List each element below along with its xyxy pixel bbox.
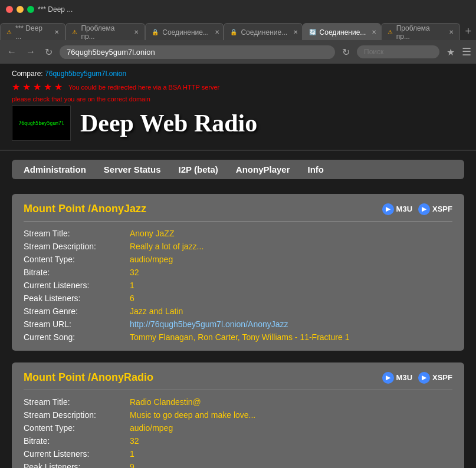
field-value-jazz-2: audio/mpeg bbox=[130, 255, 452, 264]
search-input[interactable] bbox=[357, 45, 439, 58]
mount-header-radio: Mount Point /AnonyRadio ▶ M3U ▶ XSPF bbox=[24, 371, 452, 390]
field-value-jazz-7[interactable]: http://76qugh5bey5gum7l.onion/AnonyJazz bbox=[130, 319, 452, 329]
tab-label-2: Проблема пр... bbox=[81, 24, 128, 41]
minimize-button[interactable] bbox=[17, 6, 24, 13]
title-bar-left: *** Deep ... bbox=[6, 5, 73, 14]
field-value-jazz-0: Anony JaZZ bbox=[130, 229, 452, 238]
tabs-bar: ⚠ *** Deep ... ✕ ⚠ Проблема пр... ✕ 🔒 Со… bbox=[0, 19, 476, 40]
tab-2[interactable]: ⚠ Проблема пр... ✕ bbox=[65, 23, 145, 40]
bookmark-button[interactable]: ★ bbox=[444, 45, 457, 59]
field-label-jazz-8: Current Song: bbox=[24, 332, 130, 342]
nav-item-info[interactable]: Info bbox=[308, 164, 324, 174]
tab-close-2[interactable]: ✕ bbox=[134, 29, 139, 35]
cards-container: Mount Point /AnonyJazz ▶ M3U ▶ XSPF Stre… bbox=[0, 188, 476, 468]
tab-icon-5: 🔄 bbox=[309, 29, 316, 35]
tab-label-1: *** Deep ... bbox=[15, 24, 48, 41]
field-value-jazz-3: 32 bbox=[130, 268, 452, 277]
play-icon-xspf-radio: ▶ bbox=[418, 372, 430, 384]
nav-item-i2p[interactable]: I2P (beta) bbox=[179, 164, 218, 174]
field-label-jazz-7: Stream URL: bbox=[24, 319, 130, 329]
mount-links-radio: ▶ M3U ▶ XSPF bbox=[382, 372, 452, 384]
mount-links-jazz: ▶ M3U ▶ XSPF bbox=[382, 203, 452, 215]
stream-info-jazz: Stream Title: Anony JaZZ Stream Descript… bbox=[24, 229, 452, 342]
maximize-button[interactable] bbox=[27, 6, 34, 13]
tab-icon-3: 🔒 bbox=[152, 29, 159, 35]
field-value-radio-5: 9 bbox=[130, 462, 452, 468]
navigation-bar: Administration Server Status I2P (beta) … bbox=[12, 160, 464, 179]
xspf-label-radio: XSPF bbox=[432, 373, 452, 382]
tab-warn-icon-2: ⚠ bbox=[72, 29, 77, 35]
site-logo: 76qugh5bey5gum7l bbox=[12, 106, 71, 141]
reload-button[interactable]: ↻ bbox=[42, 45, 55, 59]
forward-button[interactable]: → bbox=[24, 45, 38, 58]
field-value-jazz-1: Really a lot of jazz... bbox=[130, 242, 452, 251]
browser-chrome: *** Deep ... ⚠ *** Deep ... ✕ ⚠ Проблема… bbox=[0, 0, 476, 64]
tab-4[interactable]: 🔒 Соединение... ✕ bbox=[224, 23, 302, 40]
site-header: Compare: 76qugh5bey5gum7l.onion ★ ★ ★ ★ … bbox=[0, 64, 476, 151]
tab-label-3: Соединение... bbox=[162, 28, 209, 37]
tab-close-1[interactable]: ✕ bbox=[54, 29, 59, 35]
mount-card-anony-jazz: Mount Point /AnonyJazz ▶ M3U ▶ XSPF Stre… bbox=[12, 194, 464, 351]
tab-icon-4: 🔒 bbox=[230, 29, 237, 35]
field-value-jazz-5: 6 bbox=[130, 294, 452, 303]
field-label-jazz-5: Peak Listeners: bbox=[24, 294, 130, 303]
xspf-label-jazz: XSPF bbox=[432, 205, 452, 213]
field-value-radio-4: 1 bbox=[130, 449, 452, 459]
tab-close-3[interactable]: ✕ bbox=[215, 29, 219, 35]
window-controls bbox=[6, 6, 34, 13]
tab-close-4[interactable]: ✕ bbox=[293, 29, 298, 35]
compare-url[interactable]: 76qugh5bey5gum7l.onion bbox=[45, 70, 126, 78]
menu-button[interactable]: ☰ bbox=[462, 45, 471, 58]
field-label-radio-5: Peak Listeners: bbox=[24, 462, 130, 468]
tab-6[interactable]: ⚠ Проблема пр... ✕ bbox=[381, 23, 461, 40]
star-2: ★ bbox=[22, 81, 31, 93]
xspf-link-jazz[interactable]: ▶ XSPF bbox=[418, 203, 452, 215]
field-value-radio-0: Radio Clandestin@ bbox=[130, 397, 452, 407]
tab-label-6: Проблема пр... bbox=[396, 24, 444, 41]
mount-title-radio: Mount Point /AnonyRadio bbox=[24, 371, 153, 384]
m3u-link-radio[interactable]: ▶ M3U bbox=[382, 372, 412, 384]
xspf-link-radio[interactable]: ▶ XSPF bbox=[418, 372, 452, 384]
refresh-button[interactable]: ↻ bbox=[340, 45, 352, 59]
star-3: ★ bbox=[33, 81, 41, 93]
address-input[interactable] bbox=[60, 45, 335, 59]
field-value-radio-1: Music to go deep and make love... bbox=[130, 410, 452, 420]
tab-5[interactable]: 🔄 Соединение... ✕ bbox=[303, 23, 381, 40]
field-label-jazz-2: Content Type: bbox=[24, 255, 130, 264]
field-label-jazz-0: Stream Title: bbox=[24, 229, 130, 238]
tab-1[interactable]: ⚠ *** Deep ... ✕ bbox=[0, 23, 65, 40]
site-title: Deep Web Radio bbox=[80, 109, 257, 137]
warning-text-1: You could be redirected here via a BSA H… bbox=[68, 84, 219, 91]
play-icon-m3u-radio: ▶ bbox=[382, 372, 394, 384]
title-bar: *** Deep ... bbox=[0, 0, 476, 19]
tab-3[interactable]: 🔒 Соединение... ✕ bbox=[145, 23, 224, 40]
star-5: ★ bbox=[54, 81, 63, 93]
window-title: *** Deep ... bbox=[38, 5, 73, 14]
tab-close-6[interactable]: ✕ bbox=[449, 29, 454, 35]
star-4: ★ bbox=[44, 81, 52, 93]
tab-label-5: Соединение... bbox=[320, 28, 366, 37]
warning-text-2-row: please check that you are on the correct… bbox=[12, 94, 464, 103]
field-label-jazz-1: Stream Description: bbox=[24, 242, 130, 251]
play-icon-m3u-jazz: ▶ bbox=[382, 203, 394, 215]
nav-item-server-status[interactable]: Server Status bbox=[104, 164, 161, 174]
warning-text-2: please check that you are on the correct… bbox=[12, 95, 150, 103]
field-value-jazz-6: Jazz and Latin bbox=[130, 306, 452, 316]
field-label-jazz-4: Current Listeners: bbox=[24, 281, 130, 290]
close-button[interactable] bbox=[6, 6, 13, 13]
field-value-jazz-8: Tommy Flanagan, Ron Carter, Tony William… bbox=[130, 332, 452, 342]
m3u-link-jazz[interactable]: ▶ M3U bbox=[382, 203, 412, 215]
address-bar: ← → ↻ ↻ ★ ☰ bbox=[0, 40, 476, 64]
back-button[interactable]: ← bbox=[5, 45, 19, 58]
tab-warn-icon-1: ⚠ bbox=[6, 29, 12, 35]
field-value-radio-3: 32 bbox=[130, 436, 452, 446]
field-label-radio-4: Current Listeners: bbox=[24, 449, 130, 459]
compare-label: Compare: bbox=[12, 70, 43, 78]
field-label-jazz-6: Stream Genre: bbox=[24, 306, 130, 316]
nav-item-administration[interactable]: Administration bbox=[24, 164, 86, 174]
tab-close-5[interactable]: ✕ bbox=[372, 29, 376, 35]
nav-item-anony-player[interactable]: AnonyPlayer bbox=[236, 164, 290, 174]
m3u-label-radio: M3U bbox=[396, 373, 412, 382]
field-label-jazz-3: Bitrate: bbox=[24, 268, 130, 277]
new-tab-button[interactable]: + bbox=[460, 22, 476, 40]
